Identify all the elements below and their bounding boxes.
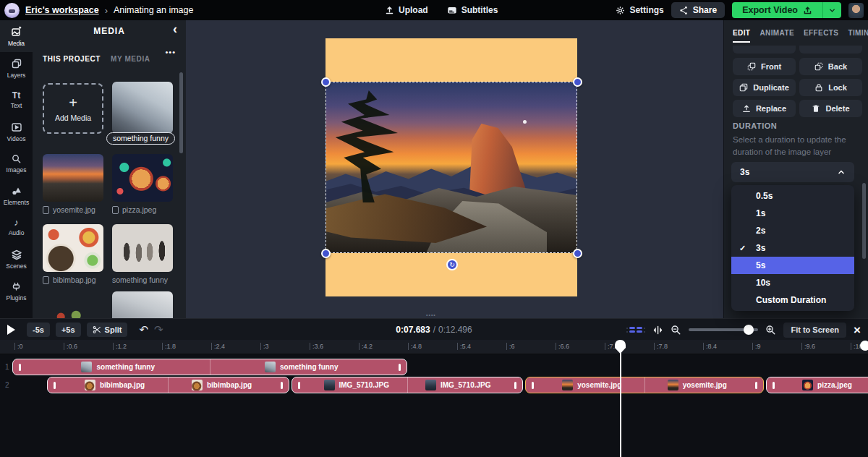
timeline-zoom-slider[interactable] [689, 328, 758, 331]
timeline-resize-grip[interactable]: •••• [426, 312, 436, 317]
clip-bibimbap[interactable]: bibimbap.jpg bibimbap.jpg [47, 377, 289, 393]
clip-label: yosemite.jpg [683, 381, 727, 389]
add-media-button[interactable]: + Add Media [43, 83, 103, 134]
rotate-handle[interactable]: ↻ [446, 259, 458, 270]
media-item-partial[interactable] [43, 291, 103, 318]
resize-handle-bottom-right[interactable] [573, 249, 582, 258]
project-title[interactable]: Animating an image [114, 5, 193, 15]
redo-icon[interactable]: ↷ [154, 323, 163, 336]
export-video-button[interactable]: Export Video [732, 2, 822, 18]
media-scrollbar[interactable] [179, 72, 183, 153]
media-item-something-funny-2[interactable]: something funny [112, 224, 173, 284]
media-item-name-pill[interactable]: something funny [106, 132, 175, 145]
tab-this-project[interactable]: THIS PROJECT [43, 55, 101, 63]
media-item-pizza[interactable]: pizza.jpeg [112, 154, 173, 214]
media-item-bibimbap[interactable]: bibimbap.jpg [43, 224, 103, 284]
zoom-out-icon[interactable] [671, 325, 681, 336]
sidebar-item-media[interactable]: Media [0, 20, 33, 52]
export-options-caret[interactable] [822, 2, 841, 18]
front-button[interactable]: Front [733, 58, 796, 75]
media-thumbnail[interactable] [43, 224, 103, 272]
duration-option[interactable]: 2s [731, 222, 854, 239]
trim-handle-right[interactable] [281, 382, 283, 389]
tab-timing[interactable]: TIMING [848, 29, 868, 43]
clip-img-5710[interactable]: IMG_5710.JPG IMG_5710.JPG [292, 377, 523, 393]
clip-pizza[interactable]: pizza.jpeg [766, 377, 868, 393]
trim-handle-left[interactable] [54, 382, 56, 389]
timeline-ruler[interactable]: :0 :0.6 :1.2 :1.8 :2.4 :3 :3.6 :4.2 :4.8… [0, 340, 868, 354]
media-thumbnail[interactable] [112, 154, 173, 202]
trim-handle-left[interactable] [298, 382, 300, 389]
duplicate-button[interactable]: Duplicate [733, 79, 796, 96]
sidebar-item-audio[interactable]: ♪ Audio [0, 211, 33, 243]
fit-to-screen-button[interactable]: Fit to Screen [783, 323, 846, 338]
duration-option-checked[interactable]: ✓3s [731, 239, 854, 257]
delete-button[interactable]: Delete [799, 100, 862, 117]
tab-effects[interactable]: EFFECTS [804, 29, 838, 43]
split-button[interactable]: Split [87, 323, 128, 337]
clip-yosemite-selected[interactable]: yosemite.jpg yosemite.jpg [525, 377, 764, 393]
partial-button[interactable] [799, 46, 862, 54]
replace-button[interactable]: Replace [733, 100, 796, 117]
resize-handle-bottom-left[interactable] [321, 249, 331, 258]
selected-image-layer[interactable] [326, 82, 577, 253]
media-item-yosemite[interactable]: yosemite.jpg [43, 154, 103, 214]
duration-select[interactable]: 3s [731, 162, 854, 182]
sidebar-item-images[interactable]: Images [0, 148, 33, 179]
settings-button[interactable]: Settings [616, 5, 663, 15]
sidebar-item-plugins[interactable]: Plugins [0, 275, 33, 307]
clip-something-funny[interactable]: something funny something funny [12, 359, 407, 375]
zoom-in-icon[interactable] [765, 325, 776, 336]
media-thumbnail[interactable] [43, 154, 103, 202]
media-item-something-funny[interactable] [112, 82, 173, 134]
media-thumbnail[interactable] [43, 291, 103, 318]
trim-handle-right[interactable] [755, 382, 757, 389]
timeline-end-marker[interactable] [860, 341, 868, 351]
sidebar-item-videos[interactable]: Videos [0, 116, 33, 148]
duration-option[interactable]: 1s [731, 205, 854, 222]
sidebar-item-text[interactable]: Tt Text [0, 84, 33, 116]
subtitles-button[interactable]: Subtitles [447, 5, 498, 15]
trim-handle-left[interactable] [19, 364, 21, 371]
zoom-slider-knob[interactable] [744, 325, 754, 335]
user-avatar[interactable] [848, 3, 864, 18]
undo-icon[interactable]: ↶ [139, 323, 148, 336]
duration-option-custom[interactable]: Custom Duration [731, 291, 854, 309]
media-thumbnail[interactable] [112, 291, 173, 318]
timeline-view-toggle-icon[interactable] [626, 327, 645, 333]
tab-animate[interactable]: ANIMATE [760, 29, 794, 43]
skip-forward-button[interactable]: +5s [56, 323, 81, 337]
collapse-panel-icon[interactable]: ‹ [173, 22, 177, 37]
trim-handle-left[interactable] [773, 382, 775, 389]
duration-option[interactable]: 0.5s [731, 187, 854, 205]
resize-handle-top-right[interactable] [573, 77, 582, 87]
trim-handle-right[interactable] [514, 382, 516, 389]
play-button[interactable] [7, 325, 15, 335]
kapwing-logo-icon[interactable] [4, 3, 20, 18]
media-thumbnail[interactable] [112, 82, 173, 134]
upload-button[interactable]: Upload [385, 5, 428, 15]
resize-handle-top-left[interactable] [321, 77, 331, 87]
back-button[interactable]: Back [799, 58, 862, 75]
media-overflow-icon[interactable]: ••• [165, 48, 176, 56]
partial-button[interactable] [733, 46, 796, 54]
sidebar-item-elements[interactable]: Elements [0, 179, 33, 211]
lock-button[interactable]: Lock [799, 79, 862, 96]
media-item-partial-2[interactable] [112, 291, 173, 318]
tab-my-media[interactable]: MY MEDIA [111, 55, 150, 63]
sidebar-item-layers[interactable]: Layers [0, 52, 33, 84]
trim-handle-left[interactable] [532, 382, 534, 389]
split-playhead-icon[interactable] [652, 325, 663, 336]
duration-option-highlighted[interactable]: 5s [731, 257, 854, 274]
trim-handle-right[interactable] [399, 364, 401, 371]
tab-edit[interactable]: EDIT [733, 29, 750, 43]
sidebar-item-scenes[interactable]: Scenes [0, 243, 33, 275]
skip-back-button[interactable]: -5s [27, 323, 50, 337]
duration-option[interactable]: 10s [731, 274, 854, 291]
workspace-link[interactable]: Eric's workspace [25, 5, 99, 15]
inspector-scrollbar[interactable] [862, 183, 866, 259]
close-timeline-icon[interactable]: × [854, 324, 861, 336]
clip-label: something funny [280, 363, 339, 371]
media-thumbnail[interactable] [112, 224, 173, 272]
share-button[interactable]: Share [671, 2, 725, 18]
